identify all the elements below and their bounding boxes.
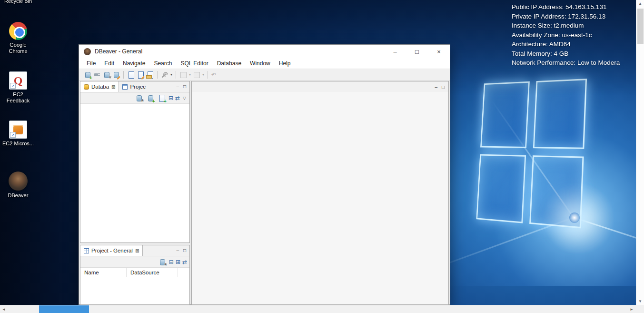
scroll-right-icon[interactable]: ► bbox=[630, 307, 634, 312]
panel-minimize-button[interactable]: – bbox=[176, 84, 179, 89]
scroll-down-icon[interactable]: ▼ bbox=[636, 299, 644, 303]
driver-manager-button[interactable] bbox=[160, 71, 169, 79]
desktop-icon-recycle-bin[interactable]: Recycle Bin bbox=[0, 0, 36, 4]
new-connection-button[interactable] bbox=[83, 71, 92, 79]
history-forward-button[interactable] bbox=[192, 71, 201, 79]
editor-area: – □ bbox=[191, 81, 449, 305]
project-settings-button[interactable] bbox=[158, 258, 167, 266]
connection-settings-button[interactable] bbox=[102, 71, 111, 79]
tab-close-icon[interactable]: ⊠ bbox=[111, 84, 115, 90]
menu-search[interactable]: Search bbox=[149, 59, 176, 68]
link-with-editor-icon[interactable]: ⇄ bbox=[175, 95, 180, 101]
collapse-all-icon[interactable]: ⊟ bbox=[168, 95, 173, 101]
tab-label: Databa bbox=[91, 84, 109, 90]
configure-connection-button[interactable] bbox=[135, 94, 143, 102]
project-toolbar: ⊟ ⊞ ⇄ bbox=[80, 256, 189, 268]
back-arrow-icon[interactable]: ↶ bbox=[210, 71, 217, 78]
desktop-icon-label: Recycle Bin bbox=[4, 0, 32, 4]
horizontal-scroll-thumb[interactable] bbox=[39, 305, 89, 313]
panel-maximize-button[interactable]: □ bbox=[183, 248, 186, 253]
instance-info-line: Instance Size: t2.medium bbox=[512, 21, 636, 30]
link-with-editor-icon[interactable]: ⇄ bbox=[182, 259, 187, 265]
window-controls: – □ × bbox=[384, 45, 450, 58]
desktop-icon-ec2-microsoft[interactable]: ↗ EC2 Micros... bbox=[0, 121, 36, 147]
editor-tabstrip: – □ bbox=[192, 81, 448, 92]
menu-bar: File Edit Navigate Search SQL Editor Dat… bbox=[79, 58, 450, 69]
database-navigator-panel: Databa ⊠ Projec – □ ⊟ bbox=[80, 81, 190, 243]
menu-database[interactable]: Database bbox=[213, 59, 246, 68]
titlebar[interactable]: DBeaver - General – □ × bbox=[79, 45, 450, 58]
column-header-datasource[interactable]: DataSource bbox=[127, 268, 178, 277]
scroll-up-icon[interactable]: ▲ bbox=[636, 1, 644, 6]
open-sql-script-button[interactable] bbox=[136, 71, 145, 79]
history-back-button[interactable] bbox=[179, 71, 188, 79]
collapse-all-icon[interactable]: ⊟ bbox=[169, 259, 174, 265]
instance-info: Public IP Address: 54.163.15.131 Private… bbox=[512, 2, 636, 68]
instance-info-line: Availability Zone: us-east-1c bbox=[512, 30, 636, 40]
menu-help[interactable]: Help bbox=[275, 59, 295, 68]
open-recent-script-button[interactable] bbox=[146, 71, 154, 79]
main-toolbar: ▾ ▾ ▾ ↶ bbox=[79, 69, 450, 81]
projects-icon bbox=[122, 84, 128, 90]
menu-edit[interactable]: Edit bbox=[100, 59, 119, 68]
tab-projects[interactable]: Projec bbox=[119, 81, 149, 92]
tab-project-general[interactable]: Project - General ⊠ bbox=[80, 245, 143, 256]
close-button[interactable]: × bbox=[428, 45, 450, 58]
add-connection-button[interactable] bbox=[146, 94, 155, 102]
column-header-name[interactable]: Name bbox=[80, 268, 127, 277]
navigator-toolbar: ⊟ ⇄ ▽ bbox=[80, 92, 189, 104]
panel-maximize-button[interactable]: □ bbox=[442, 84, 445, 90]
new-sql-editor-button[interactable] bbox=[127, 71, 135, 79]
panel-maximize-button[interactable]: □ bbox=[183, 84, 186, 89]
dropdown-icon[interactable]: ▾ bbox=[169, 72, 173, 77]
menu-file[interactable]: File bbox=[82, 59, 100, 68]
tab-close-icon[interactable]: ⊠ bbox=[135, 248, 139, 253]
wallpaper-light-burst bbox=[569, 212, 580, 223]
desktop-icon-dbeaver[interactable]: DBeaver bbox=[0, 172, 36, 199]
windows-logo bbox=[476, 79, 587, 228]
desktop-icon-label: Google Chrome bbox=[1, 42, 35, 54]
shortcut-arrow-icon: ↗ bbox=[10, 83, 16, 89]
menu-sql-editor[interactable]: SQL Editor bbox=[176, 59, 212, 68]
instance-info-line: Private IP Address: 172.31.56.13 bbox=[512, 12, 636, 21]
vertical-scroll-thumb[interactable] bbox=[637, 9, 644, 44]
instance-info-line: Total Memory: 4 GB bbox=[512, 49, 636, 59]
desktop-icon-label: DBeaver bbox=[8, 192, 29, 199]
ec2-package-icon: ↗ bbox=[9, 121, 27, 139]
dropdown-icon[interactable]: ▾ bbox=[188, 72, 192, 77]
instance-info-line: Architecture: AMD64 bbox=[512, 40, 636, 49]
panel-minimize-button[interactable]: – bbox=[176, 248, 179, 253]
navigator-tabstrip: Databa ⊠ Projec – □ bbox=[80, 81, 189, 92]
menu-navigate[interactable]: Navigate bbox=[119, 59, 149, 68]
project-grid-area bbox=[80, 277, 189, 304]
tab-label: Project - General bbox=[91, 248, 133, 253]
ec2-feedback-icon: Q ↗ bbox=[9, 71, 27, 90]
desktop-icon-ec2-feedback[interactable]: Q ↗ EC2 Feedback bbox=[0, 71, 36, 104]
connect-button[interactable] bbox=[93, 71, 101, 79]
dbeaver-window: DBeaver - General – □ × File Edit Naviga… bbox=[79, 44, 450, 305]
new-item-button[interactable] bbox=[158, 94, 166, 102]
menu-window[interactable]: Window bbox=[246, 59, 275, 68]
desktop-icon-label: EC2 Micros... bbox=[2, 141, 34, 147]
panel-minimize-button[interactable]: – bbox=[435, 84, 437, 90]
view-menu-icon[interactable]: ▽ bbox=[182, 96, 187, 101]
vertical-scrollbar[interactable]: ▲ ▼ bbox=[636, 0, 644, 305]
navigator-tree-area bbox=[80, 104, 189, 242]
dropdown-icon[interactable]: ▾ bbox=[201, 72, 205, 77]
edit-connection-button[interactable] bbox=[112, 71, 120, 79]
horizontal-scrollbar[interactable]: ◄ ► bbox=[0, 305, 636, 313]
scroll-left-icon[interactable]: ◄ bbox=[2, 307, 6, 312]
maximize-button[interactable]: □ bbox=[406, 45, 428, 58]
project-grid-header: Name DataSource bbox=[80, 268, 189, 277]
project-panel: Project - General ⊠ – □ ⊟ ⊞ ⇄ Name bbox=[80, 245, 190, 305]
desktop-icon-google-chrome[interactable]: Google Chrome bbox=[0, 22, 36, 54]
chrome-icon bbox=[9, 22, 27, 40]
database-icon bbox=[84, 84, 89, 90]
tab-database-navigator[interactable]: Databa ⊠ bbox=[80, 81, 119, 92]
instance-info-line: Network Performance: Low to Modera bbox=[512, 58, 636, 68]
expand-all-icon[interactable]: ⊞ bbox=[176, 259, 180, 265]
panel-controls: – □ bbox=[176, 81, 189, 92]
desktop: Recycle Bin Google Chrome Q ↗ EC2 Feedba… bbox=[0, 0, 644, 313]
minimize-button[interactable]: – bbox=[384, 45, 406, 58]
project-tabstrip: Project - General ⊠ – □ bbox=[80, 245, 189, 256]
